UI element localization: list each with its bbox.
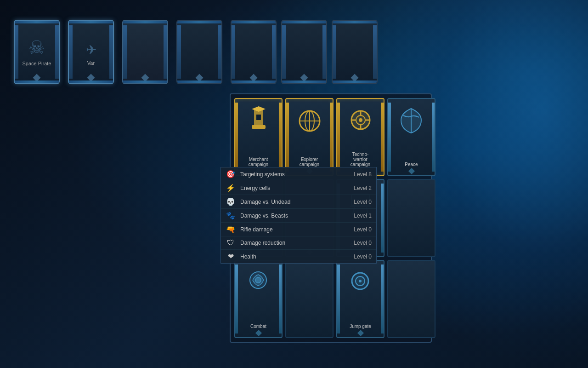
campaign-card-peace[interactable]: Peace [387, 98, 435, 176]
technowarrior-icon [347, 106, 374, 144]
dmg-reduction-icon: 🛡 [226, 239, 236, 247]
jumpgate-diamond [357, 330, 363, 336]
svg-marker-16 [252, 106, 266, 112]
bonus-card-3[interactable] [332, 20, 378, 84]
role-card-label: Space Pirate [22, 60, 52, 67]
rifle-level: Level 0 [354, 226, 372, 233]
technowarrior-label: Techno-warriorcampaign [338, 152, 383, 167]
peace-label: Peace [389, 162, 434, 167]
svg-rect-18 [256, 115, 261, 120]
dmg-undead-level: Level 0 [354, 199, 372, 205]
explorer-icon [296, 106, 323, 144]
bonus-card-1[interactable] [231, 20, 277, 84]
bonus-group: Bonus [231, 9, 378, 84]
dmg-reduction-name: Damage reduction [240, 240, 349, 246]
peace-icon [399, 106, 424, 143]
jumpgate-icon [348, 267, 373, 304]
combat-label: Combat [236, 324, 281, 329]
rifle-name: Rifle damage [240, 226, 349, 233]
merchant-label: Merchantcampaign [236, 157, 281, 167]
jumpgate-label: Jump gate [338, 324, 383, 329]
dmg-reduction-level: Level 0 [354, 240, 372, 246]
targeting-icon: 🎯 [226, 170, 236, 178]
energy-level: Level 2 [354, 185, 372, 191]
campaign-card-merchant[interactable]: Merchantcampaign [234, 98, 283, 176]
peace-diamond [408, 168, 414, 174]
spaceship-card[interactable]: ✈ Var [68, 20, 114, 84]
merchant-icon [245, 105, 272, 143]
dmg-beasts-icon: 🐾 [226, 211, 236, 220]
tooltip-row-targeting: 🎯 Targeting systems Level 8 [221, 167, 376, 181]
campaign-card-jumpgate[interactable]: Jump gate [336, 260, 384, 338]
explorer-label: Explorercampaign [287, 157, 332, 167]
dmg-undead-icon: 💀 [226, 197, 236, 206]
campaign-card-combat[interactable]: Combat [234, 260, 283, 338]
spaceship-group: Spaceship ✈ Var [68, 9, 114, 84]
tooltip-row-dmg-undead: 💀 Damage vs. Undead Level 0 [221, 195, 376, 209]
spaceship-icon: ✈ [86, 42, 96, 58]
health-level: Level 0 [354, 253, 372, 260]
svg-point-34 [359, 280, 362, 282]
targeting-name: Targeting systems [240, 171, 349, 178]
health-name: Health [240, 253, 349, 260]
energy-icon: ⚡ [226, 184, 236, 192]
tooltip-popup: 🎯 Targeting systems Level 8 ⚡ Energy cel… [220, 167, 377, 264]
character-card[interactable] [176, 20, 222, 84]
role-card[interactable]: ☠ Space Pirate [14, 20, 60, 84]
health-icon: ❤ [226, 252, 236, 261]
campaign-card-empty4[interactable] [285, 260, 334, 338]
combat-diamond [255, 330, 261, 336]
tooltip-row-health: ❤ Health Level 0 [221, 250, 376, 263]
profession-group: Profession [122, 9, 168, 84]
targeting-level: Level 8 [354, 171, 372, 178]
rifle-icon: 🔫 [226, 225, 236, 234]
center-panel: Merchantcampaign Explorercampa [230, 93, 432, 343]
role-group: Role ☠ Space Pirate [14, 9, 60, 84]
tooltip-row-energy: ⚡ Energy cells Level 2 [221, 181, 376, 195]
dmg-beasts-level: Level 1 [354, 213, 372, 219]
svg-rect-17 [252, 125, 266, 129]
svg-point-25 [359, 118, 362, 122]
spaceship-card-label: Var [86, 59, 96, 67]
campaign-card-technowarrior[interactable]: Techno-warriorcampaign [336, 98, 384, 176]
combat-icon [246, 267, 271, 304]
character-group: Character [176, 9, 222, 84]
skull-icon: ☠ [28, 37, 45, 58]
dmg-undead-name: Damage vs. Undead [240, 199, 349, 205]
tooltip-row-dmg-reduction: 🛡 Damage reduction Level 0 [221, 236, 376, 250]
tooltip-row-rifle: 🔫 Rifle damage Level 0 [221, 223, 376, 236]
campaign-card-empty5[interactable] [387, 260, 435, 338]
campaign-card-empty3[interactable] [387, 179, 435, 257]
svg-point-31 [255, 277, 261, 283]
tooltip-row-dmg-beasts: 🐾 Damage vs. Beasts Level 1 [221, 209, 376, 223]
campaign-card-explorer[interactable]: Explorercampaign [285, 98, 334, 176]
energy-name: Energy cells [240, 185, 349, 191]
bonus-card-2[interactable] [281, 20, 327, 84]
profession-card[interactable] [122, 20, 168, 84]
dmg-beasts-name: Damage vs. Beasts [240, 213, 349, 219]
